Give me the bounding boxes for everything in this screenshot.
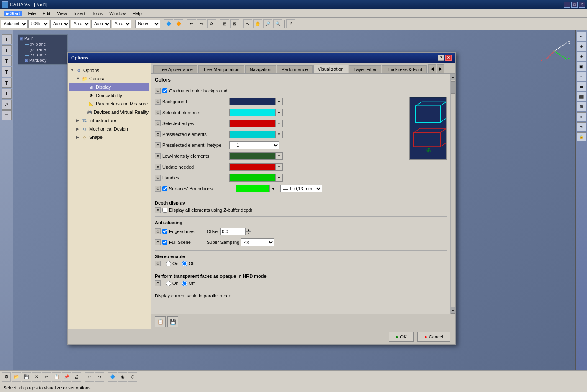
right-btn-4[interactable]: ▣ — [577, 62, 586, 71]
selected-elements-swatch[interactable] — [229, 109, 275, 116]
right-btn-11[interactable]: 🔒 — [577, 132, 586, 141]
left-btn-1[interactable]: T — [2, 34, 12, 44]
low-intensity-swatch[interactable] — [229, 152, 275, 160]
menu-file[interactable]: File — [25, 10, 39, 17]
toolbar-dropdown-auto2[interactable]: Auto — [71, 20, 90, 28]
ok-button[interactable]: ● OK — [389, 332, 414, 342]
toolbar-dropdown-automat[interactable]: Automat — [1, 20, 28, 28]
update-needed-swatch[interactable] — [229, 163, 275, 171]
toolbar-btn-9[interactable]: 🔎 — [263, 19, 272, 28]
full-scene-checkbox[interactable] — [162, 240, 167, 245]
surfaces-boundaries-swatch[interactable] — [236, 185, 269, 192]
dialog-bottom-btn-2[interactable]: 💾 — [167, 316, 178, 327]
preselected-linetype-select[interactable]: — 1 — 2 — 3 — [229, 141, 279, 149]
left-btn-7[interactable]: ↗ — [2, 100, 12, 110]
scroll-down-btn[interactable]: ▼ — [451, 307, 455, 314]
dialog-bottom-btn-1[interactable]: 📋 — [155, 316, 166, 327]
menu-start[interactable]: ▶ Start — [1, 10, 25, 17]
right-btn-8[interactable]: ⊞ — [577, 102, 586, 111]
bottom-btn-1[interactable]: ⚙ — [2, 372, 11, 382]
right-btn-6[interactable]: ☰ — [577, 82, 586, 91]
tree-item-parameters[interactable]: 📐 Parameters and Measure — [69, 100, 149, 108]
toolbar-btn-11[interactable]: ? — [286, 19, 295, 28]
tree-item-devices[interactable]: 🎮 Devices and Virtual Reality — [69, 108, 149, 116]
content-scrollbar[interactable]: ▲ ▼ — [450, 74, 455, 314]
tab-navigation[interactable]: Navigation — [245, 65, 276, 73]
right-btn-7[interactable]: ⬛ — [577, 92, 586, 101]
graduated-bg-checkbox[interactable] — [162, 88, 167, 93]
left-btn-4[interactable]: T — [2, 67, 12, 77]
bottom-btn-5[interactable]: ✂ — [42, 372, 51, 382]
toolbar-btn-4[interactable]: ↪ — [197, 19, 206, 28]
stereo-on-radio[interactable] — [166, 261, 171, 266]
tab-tree-appearance[interactable]: Tree Appearance — [153, 65, 197, 73]
bottom-btn-3[interactable]: 💾 — [22, 372, 31, 382]
bottom-btn-12[interactable]: ◉ — [118, 372, 127, 382]
low-intensity-dropdown[interactable]: ▼ — [275, 152, 283, 160]
super-sampling-select[interactable]: 4x None 2x 8x — [241, 238, 274, 246]
tree-item-compatibility[interactable]: ⚙ Compatibility — [69, 91, 149, 100]
cancel-button[interactable]: ● Cancel — [417, 332, 450, 342]
toolbar-dropdown-auto4[interactable]: Auto — [112, 20, 131, 28]
right-btn-10[interactable]: ∿ — [577, 122, 586, 131]
tree-item-infrastructure[interactable]: ▶ 🏗 Infrastructure — [69, 116, 149, 125]
transparent-off-radio[interactable] — [182, 281, 187, 286]
background-swatch[interactable] — [229, 98, 275, 105]
bottom-btn-9[interactable]: ↩ — [85, 372, 94, 382]
left-btn-8[interactable]: □ — [2, 110, 12, 120]
stereo-off-radio[interactable] — [182, 261, 187, 266]
surfaces-boundaries-line-select[interactable]: — 1: 0,13 mm — [280, 185, 322, 192]
selected-edges-dropdown[interactable]: ▼ — [275, 120, 283, 127]
right-btn-3[interactable]: ⊗ — [577, 52, 586, 61]
scroll-thumb[interactable] — [451, 81, 455, 94]
toolbar-btn-8[interactable]: ✋ — [253, 19, 262, 28]
handles-dropdown[interactable]: ▼ — [275, 174, 283, 182]
menu-edit[interactable]: Edit — [39, 10, 54, 17]
tab-scroll-right[interactable]: ▶ — [437, 64, 444, 73]
toolbar-dropdown-auto3[interactable]: Auto — [91, 20, 111, 28]
selected-elements-dropdown[interactable]: ▼ — [275, 109, 283, 116]
background-dropdown[interactable]: ▼ — [275, 98, 283, 105]
toolbar-btn-1[interactable]: 🔷 — [164, 19, 173, 28]
left-btn-2[interactable]: T — [2, 45, 12, 55]
bottom-btn-11[interactable]: 🔷 — [108, 372, 117, 382]
menu-insert[interactable]: Insert — [70, 10, 89, 17]
toolbar-btn-cursor[interactable]: ↖ — [243, 19, 252, 28]
tree-item-general[interactable]: ▼ 📁 General — [69, 74, 149, 83]
surfaces-boundaries-checkbox[interactable] — [162, 186, 167, 191]
menu-window[interactable]: Window — [106, 10, 129, 17]
left-btn-3[interactable]: T — [2, 56, 12, 66]
tree-item-mechanical[interactable]: ▶ ⚙ Mechanical Design — [69, 125, 149, 133]
toolbar-btn-6[interactable]: ⊞ — [220, 19, 229, 28]
bottom-btn-13[interactable]: ⬡ — [128, 372, 137, 382]
tab-performance[interactable]: Performance — [277, 65, 313, 73]
toolbar-dropdown-zoom[interactable]: 50% — [28, 20, 49, 28]
toolbar-dropdown-none[interactable]: None — [135, 20, 160, 28]
bottom-btn-10[interactable]: ↪ — [95, 372, 104, 382]
offset-increment[interactable]: ▲ — [246, 228, 251, 231]
right-btn-5[interactable]: ≡ — [577, 72, 586, 81]
toolbar-btn-10[interactable]: 🔍 — [273, 19, 282, 28]
preselected-elements-dropdown[interactable]: ▼ — [275, 131, 283, 138]
bottom-btn-4[interactable]: ✕ — [32, 372, 41, 382]
toolbar-btn-2[interactable]: 🔶 — [174, 19, 183, 28]
tab-layer-filter[interactable]: Layer Filter — [349, 65, 381, 73]
toolbar-btn-3[interactable]: ↩ — [187, 19, 196, 28]
tree-item-options[interactable]: ▼ ⚙ Options — [69, 66, 149, 74]
left-btn-6[interactable]: T — [2, 89, 12, 99]
right-btn-9[interactable]: ≈ — [577, 112, 586, 121]
bottom-btn-6[interactable]: 📋 — [52, 372, 61, 382]
bottom-btn-8[interactable]: 🖨 — [72, 372, 81, 382]
selected-edges-swatch[interactable] — [229, 120, 275, 127]
menu-view[interactable]: View — [54, 10, 70, 17]
left-btn-5[interactable]: T — [2, 78, 12, 88]
tab-thickness-font[interactable]: Thickness & Font — [382, 65, 427, 73]
tree-item-shape[interactable]: ▶ ◇ Shape — [69, 133, 149, 141]
scroll-up-btn[interactable]: ▲ — [451, 74, 455, 80]
right-btn-2[interactable]: ⊕ — [577, 42, 586, 51]
handles-swatch[interactable] — [229, 174, 275, 182]
minimize-button[interactable]: ─ — [564, 2, 570, 8]
offset-decrement[interactable]: ▼ — [246, 231, 251, 235]
edges-lines-checkbox[interactable] — [162, 229, 167, 234]
depth-display-checkbox[interactable] — [162, 208, 167, 213]
